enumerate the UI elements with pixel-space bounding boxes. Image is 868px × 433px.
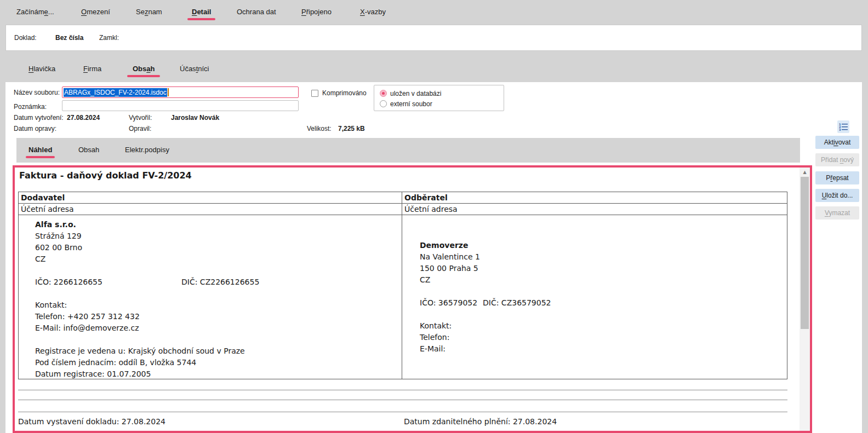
tab-ucastnici[interactable]: Účastníci: [180, 65, 209, 73]
subtab-obsah[interactable]: Obsah: [78, 146, 99, 154]
text-caret: [168, 88, 169, 96]
menu-item-pripojeno[interactable]: Připojeno: [301, 8, 332, 16]
created-date-label: Datum vytvoření:: [14, 114, 64, 122]
menu-label-mnemonic: P: [301, 8, 306, 16]
tab-label: lavička: [33, 65, 55, 73]
menu-label: -vazby: [365, 8, 386, 16]
supplier-address-block: Alfa s.r.o. Strážná 129 602 00 Brno CZ I…: [19, 215, 402, 379]
compressed-label: Komprimováno: [322, 89, 367, 97]
button-label: Přidat: [821, 156, 840, 164]
vymazat-button[interactable]: Vymazat: [815, 206, 859, 220]
supplier-contact: Kontakt:: [35, 299, 399, 311]
created-date-value: 27.08.2024: [67, 114, 100, 122]
doklad-value: Bez čísla: [55, 34, 83, 42]
scroll-up-icon[interactable]: ▲: [800, 168, 810, 177]
menu-label: řipojeno: [306, 8, 332, 16]
customer-address-type: Účetní adresa: [402, 204, 787, 215]
menu-label: mezení: [87, 8, 110, 16]
invoice-tax-date: Datum zdanitelného plnění: 27.08.2024: [404, 417, 557, 426]
supplier-city: 602 00 Brno: [35, 242, 399, 253]
tab-hlavicka[interactable]: Hlavička: [28, 65, 55, 73]
modified-by-label: Opravil:: [129, 125, 151, 132]
size-label: Velikost:: [307, 125, 332, 132]
invoice-issue-date: Datum vystavení dokladu: 27.08.2024: [18, 417, 165, 426]
customer-email: E-Mail:: [420, 343, 785, 355]
app-window: Začínáme... Omezení Seznam Detail Ochran…: [0, 0, 868, 433]
file-name-selected-text: ABRAGx_ISDOC_FV-2-2024.isdoc: [64, 88, 167, 97]
subtab-elektr-podpisy[interactable]: Elektr.podpisy: [125, 146, 169, 154]
supplier-country: CZ: [35, 253, 399, 265]
supplier-phone: Telefon: +420 257 312 432: [35, 311, 399, 322]
customer-name: Demoverze: [420, 240, 785, 251]
table-address-type-row: Účetní adresa Účetní adresa: [19, 204, 787, 215]
radio-database-icon[interactable]: [380, 90, 387, 97]
separator-line: [18, 412, 787, 412]
supplier-ico: IČO: 2266126655: [35, 276, 181, 288]
modified-date-label: Datum opravy:: [14, 125, 56, 132]
radio-option-external[interactable]: externí soubor: [380, 100, 432, 108]
button-label: Akt: [824, 138, 833, 146]
compressed-checkbox[interactable]: [311, 90, 318, 97]
button-label: epsat: [832, 174, 848, 182]
menu-item-ochrana-dat[interactable]: Ochrana dat: [237, 8, 276, 16]
prepsat-button[interactable]: Přepsat: [815, 171, 859, 184]
content-panel: Název souboru: ABRAGx_ISDOC_FV-2-2024.is…: [5, 82, 862, 433]
customer-ico-dic-line: IČO: 36579052DIČ: CZ36579052: [420, 297, 785, 309]
note-label: Poznámka:: [14, 103, 47, 111]
numbered-list-icon-glyph: 1 2 3: [839, 123, 848, 131]
separator-line: [18, 390, 787, 390]
aktivovat-button[interactable]: Aktivovat: [815, 136, 859, 149]
subtab-nahled[interactable]: Náhled: [28, 146, 52, 154]
menu-label: Ochrana dat: [237, 8, 276, 16]
table-header-row: Dodavatel Odběratel: [19, 192, 787, 204]
ulozit-do-button[interactable]: Uložit do...: [815, 189, 859, 202]
document-bar: Doklad: Bez čísla Zamkl:: [5, 25, 862, 51]
invoice-title: Faktura - daňový doklad FV-2/2024: [19, 170, 192, 181]
supplier-dic: DIČ: CZ2266126655: [181, 278, 259, 286]
subtab-label: Elektr.podpisy: [125, 146, 169, 154]
menu-label: etail: [197, 8, 211, 16]
customer-ico: IČO: 36579052: [420, 297, 483, 309]
supplier-registration-number: Pod číslem jednacím: oddíl B, vložka 574…: [35, 357, 399, 368]
tab-label: Obs: [133, 65, 146, 73]
menu-item-omezeni[interactable]: Omezení: [81, 8, 110, 16]
supplier-name: Alfa s.r.o.: [35, 219, 399, 230]
invoice-address-table: Dodavatel Odběratel Účetní adresa Účetní…: [18, 192, 787, 379]
customer-contact: Kontakt:: [420, 320, 785, 332]
button-label: ložit do...: [826, 192, 853, 199]
tab-label-mnemonic: a: [146, 65, 150, 73]
supplier-ico-dic-line: IČO: 2266126655DIČ: CZ2266126655: [35, 276, 399, 288]
button-label-mnemonic: U: [822, 192, 827, 199]
menu-item-detail[interactable]: Detail: [192, 8, 211, 16]
radio-external-label: externí soubor: [390, 100, 432, 108]
file-name-input[interactable]: ABRAGx_ISDOC_FV-2-2024.isdoc: [62, 86, 299, 98]
menu-item-zaciname[interactable]: Začínáme...: [16, 8, 54, 16]
scrollbar-thumb[interactable]: [801, 177, 809, 329]
preview-scrollbar[interactable]: ▲: [800, 168, 810, 431]
note-input[interactable]: [62, 100, 299, 111]
tab-label-mnemonic: F: [83, 65, 88, 73]
pridat-novy-button[interactable]: Přidat nový: [815, 153, 859, 166]
menu-label-mnemonic: X: [360, 8, 365, 16]
detail-tab-bar: Hlavička Firma Obsah Účastníci: [5, 53, 862, 82]
svg-text:3: 3: [839, 128, 841, 131]
tab-firma[interactable]: Firma: [83, 65, 101, 73]
tab-label-mnemonic: H: [28, 65, 33, 73]
customer-city: 150 00 Praha 5: [420, 263, 785, 274]
menu-label-mnemonic: D: [192, 8, 197, 16]
subtab-label: Náhled: [28, 146, 52, 154]
subtab-label: Obsah: [78, 146, 99, 154]
zamkl-label: Zamkl:: [99, 34, 119, 42]
menu-item-x-vazby[interactable]: X-vazby: [360, 8, 386, 16]
menu-item-seznam[interactable]: Seznam: [136, 8, 162, 16]
supplier-address-type: Účetní adresa: [19, 204, 402, 215]
radio-option-database[interactable]: uložen v databázi: [380, 89, 441, 97]
tab-obsah[interactable]: Obsah: [133, 65, 155, 73]
button-label: ový: [843, 156, 854, 164]
menu-label-mnemonic: e: [44, 8, 48, 16]
radio-external-icon[interactable]: [380, 100, 387, 107]
customer-street: Na Valentince 1: [420, 251, 785, 263]
numbered-list-icon[interactable]: 1 2 3: [837, 120, 849, 133]
customer-phone: Telefon:: [420, 332, 785, 343]
menu-label: ...: [48, 8, 54, 16]
